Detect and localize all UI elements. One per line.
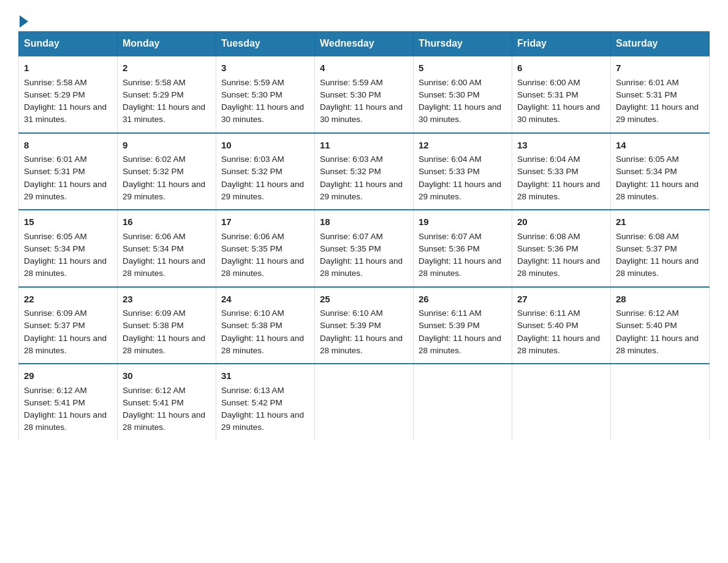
- daylight-label: Daylight: 11 hours and 30 minutes.: [517, 102, 600, 124]
- day-number: 28: [616, 293, 704, 307]
- daylight-label: Daylight: 11 hours and 28 minutes.: [123, 334, 205, 355]
- daylight-label: Daylight: 11 hours and 29 minutes.: [221, 180, 304, 201]
- sunrise-label: Sunrise: 6:01 AM: [616, 78, 679, 87]
- sunset-label: Sunset: 5:40 PM: [616, 321, 677, 330]
- sunrise-label: Sunrise: 6:08 AM: [616, 232, 679, 241]
- daylight-label: Daylight: 11 hours and 30 minutes.: [221, 102, 304, 124]
- sunset-label: Sunset: 5:29 PM: [123, 90, 184, 99]
- sunrise-label: Sunrise: 6:05 AM: [616, 155, 679, 164]
- daylight-label: Daylight: 11 hours and 28 minutes.: [517, 334, 600, 355]
- daylight-label: Daylight: 11 hours and 29 minutes.: [320, 180, 403, 201]
- logo-arrow-icon: [20, 15, 28, 28]
- daylight-label: Daylight: 11 hours and 29 minutes.: [616, 102, 699, 124]
- calendar-cell: 5Sunrise: 6:00 AMSunset: 5:30 PMDaylight…: [414, 56, 512, 133]
- daylight-label: Daylight: 11 hours and 28 minutes.: [221, 256, 304, 278]
- sunrise-label: Sunrise: 6:04 AM: [419, 155, 482, 164]
- weekday-header-thursday: Thursday: [414, 32, 512, 56]
- sunrise-label: Sunrise: 6:06 AM: [221, 232, 284, 241]
- calendar-cell: 7Sunrise: 6:01 AMSunset: 5:31 PMDaylight…: [611, 56, 710, 133]
- calendar-cell: 8Sunrise: 6:01 AMSunset: 5:31 PMDaylight…: [19, 133, 118, 210]
- calendar-cell: 17Sunrise: 6:06 AMSunset: 5:35 PMDayligh…: [216, 210, 315, 287]
- calendar-cell: 12Sunrise: 6:04 AMSunset: 5:33 PMDayligh…: [414, 133, 512, 210]
- calendar-week-4: 22Sunrise: 6:09 AMSunset: 5:37 PMDayligh…: [19, 287, 710, 364]
- sunset-label: Sunset: 5:42 PM: [221, 398, 282, 407]
- daylight-label: Daylight: 11 hours and 28 minutes.: [320, 334, 403, 355]
- sunrise-label: Sunrise: 6:13 AM: [221, 386, 284, 395]
- sunset-label: Sunset: 5:32 PM: [221, 167, 282, 176]
- day-number: 27: [517, 293, 605, 307]
- daylight-label: Daylight: 11 hours and 29 minutes.: [419, 180, 501, 201]
- sunset-label: Sunset: 5:36 PM: [517, 244, 578, 253]
- day-number: 22: [24, 293, 112, 307]
- sunrise-label: Sunrise: 6:01 AM: [24, 155, 87, 164]
- day-number: 16: [123, 215, 211, 229]
- sunrise-label: Sunrise: 6:10 AM: [320, 308, 383, 318]
- day-number: 12: [419, 139, 507, 153]
- calendar-cell: [315, 364, 414, 440]
- daylight-label: Daylight: 11 hours and 28 minutes.: [616, 256, 699, 278]
- day-number: 19: [419, 215, 507, 229]
- calendar-cell: 16Sunrise: 6:06 AMSunset: 5:34 PMDayligh…: [118, 210, 216, 287]
- day-number: 15: [24, 215, 112, 229]
- calendar-week-5: 29Sunrise: 6:12 AMSunset: 5:41 PMDayligh…: [19, 364, 710, 440]
- day-number: 31: [221, 369, 309, 383]
- calendar-cell: 27Sunrise: 6:11 AMSunset: 5:40 PMDayligh…: [512, 287, 611, 364]
- daylight-label: Daylight: 11 hours and 28 minutes.: [123, 410, 205, 432]
- sunrise-label: Sunrise: 6:07 AM: [419, 232, 482, 241]
- weekday-header-monday: Monday: [118, 32, 216, 56]
- sunrise-label: Sunrise: 6:05 AM: [24, 232, 87, 241]
- daylight-label: Daylight: 11 hours and 30 minutes.: [419, 102, 501, 124]
- day-number: 9: [123, 139, 211, 153]
- calendar-cell: 21Sunrise: 6:08 AMSunset: 5:37 PMDayligh…: [611, 210, 710, 287]
- sunset-label: Sunset: 5:35 PM: [320, 244, 381, 253]
- sunset-label: Sunset: 5:37 PM: [24, 321, 85, 330]
- sunset-label: Sunset: 5:32 PM: [320, 167, 381, 176]
- daylight-label: Daylight: 11 hours and 29 minutes.: [24, 180, 107, 201]
- calendar-cell: 4Sunrise: 5:59 AMSunset: 5:30 PMDaylight…: [315, 56, 414, 133]
- sunset-label: Sunset: 5:37 PM: [616, 244, 677, 253]
- day-number: 6: [517, 61, 605, 75]
- daylight-label: Daylight: 11 hours and 31 minutes.: [123, 102, 205, 124]
- calendar-cell: 2Sunrise: 5:58 AMSunset: 5:29 PMDaylight…: [118, 56, 216, 133]
- daylight-label: Daylight: 11 hours and 28 minutes.: [419, 256, 501, 278]
- day-number: 5: [419, 61, 507, 75]
- calendar-cell: 11Sunrise: 6:03 AMSunset: 5:32 PMDayligh…: [315, 133, 414, 210]
- sunrise-label: Sunrise: 6:07 AM: [320, 232, 383, 241]
- sunset-label: Sunset: 5:30 PM: [221, 90, 282, 99]
- sunset-label: Sunset: 5:41 PM: [24, 398, 85, 407]
- daylight-label: Daylight: 11 hours and 28 minutes.: [517, 256, 600, 278]
- weekday-header-tuesday: Tuesday: [216, 32, 315, 56]
- day-number: 17: [221, 215, 309, 229]
- sunrise-label: Sunrise: 6:11 AM: [419, 308, 482, 318]
- day-number: 11: [320, 139, 408, 153]
- sunset-label: Sunset: 5:38 PM: [221, 321, 282, 330]
- day-number: 30: [123, 369, 211, 383]
- calendar-cell: 26Sunrise: 6:11 AMSunset: 5:39 PMDayligh…: [414, 287, 512, 364]
- calendar-header-row: SundayMondayTuesdayWednesdayThursdayFrid…: [19, 32, 710, 56]
- sunrise-label: Sunrise: 6:12 AM: [616, 308, 679, 318]
- daylight-label: Daylight: 11 hours and 29 minutes.: [123, 180, 205, 201]
- weekday-header-wednesday: Wednesday: [315, 32, 414, 56]
- calendar-cell: 19Sunrise: 6:07 AMSunset: 5:36 PMDayligh…: [414, 210, 512, 287]
- calendar-table: SundayMondayTuesdayWednesdayThursdayFrid…: [18, 31, 710, 440]
- daylight-label: Daylight: 11 hours and 29 minutes.: [221, 410, 304, 432]
- sunset-label: Sunset: 5:31 PM: [616, 90, 677, 99]
- calendar-week-2: 8Sunrise: 6:01 AMSunset: 5:31 PMDaylight…: [19, 133, 710, 210]
- day-number: 18: [320, 215, 408, 229]
- sunset-label: Sunset: 5:30 PM: [320, 90, 381, 99]
- sunset-label: Sunset: 5:31 PM: [24, 167, 85, 176]
- sunrise-label: Sunrise: 6:08 AM: [517, 232, 580, 241]
- calendar-cell: [414, 364, 512, 440]
- daylight-label: Daylight: 11 hours and 28 minutes.: [24, 334, 107, 355]
- logo: [18, 12, 29, 25]
- sunrise-label: Sunrise: 5:59 AM: [320, 78, 383, 87]
- calendar-cell: 25Sunrise: 6:10 AMSunset: 5:39 PMDayligh…: [315, 287, 414, 364]
- day-number: 25: [320, 293, 408, 307]
- day-number: 7: [616, 61, 704, 75]
- sunrise-label: Sunrise: 5:58 AM: [123, 78, 186, 87]
- weekday-header-saturday: Saturday: [611, 32, 710, 56]
- sunset-label: Sunset: 5:29 PM: [24, 90, 85, 99]
- calendar-cell: 30Sunrise: 6:12 AMSunset: 5:41 PMDayligh…: [118, 364, 216, 440]
- daylight-label: Daylight: 11 hours and 28 minutes.: [221, 334, 304, 355]
- calendar-cell: 28Sunrise: 6:12 AMSunset: 5:40 PMDayligh…: [611, 287, 710, 364]
